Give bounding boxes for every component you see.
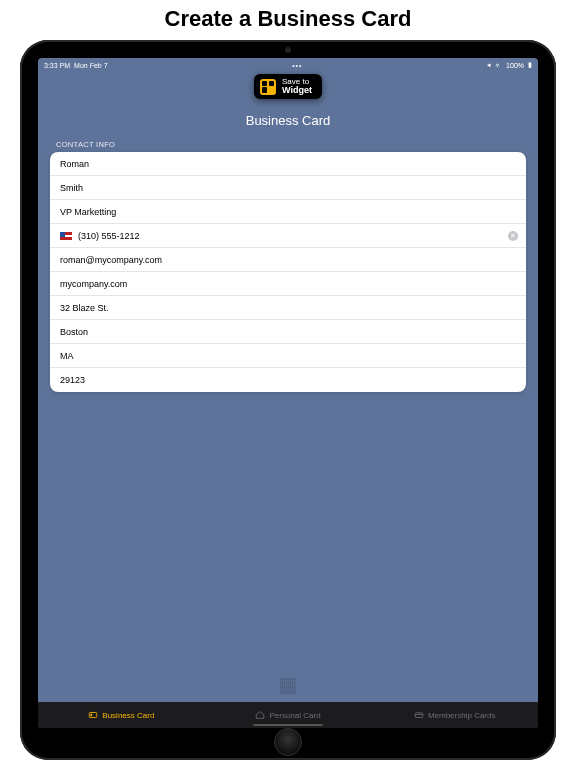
section-label-contact: CONTACT INFO bbox=[38, 140, 538, 152]
status-bar: 3:33 PM Mon Feb 7 ••• ◂ ᯤ 100% ▮ bbox=[38, 58, 538, 72]
phone-field[interactable]: (310) 555-1212 ✕ bbox=[50, 224, 526, 248]
home-button[interactable] bbox=[274, 728, 302, 756]
clear-icon[interactable]: ✕ bbox=[508, 231, 518, 241]
battery-label: 100% bbox=[506, 62, 524, 69]
business-card-icon bbox=[88, 710, 98, 720]
wifi-icon: ᯤ bbox=[495, 62, 502, 69]
street-field[interactable]: 32 Blaze St. bbox=[50, 296, 526, 320]
first-name-field[interactable]: Roman bbox=[50, 152, 526, 176]
home-indicator[interactable] bbox=[253, 724, 323, 727]
location-icon: ◂ bbox=[487, 61, 491, 69]
multitask-dots[interactable]: ••• bbox=[292, 62, 302, 69]
svg-rect-2 bbox=[415, 713, 423, 718]
qr-code-icon[interactable] bbox=[280, 678, 296, 694]
personal-card-icon bbox=[255, 710, 265, 720]
svg-rect-1 bbox=[91, 714, 93, 717]
svg-rect-0 bbox=[90, 713, 98, 718]
email-field[interactable]: roman@mycompany.com bbox=[50, 248, 526, 272]
screen-title: Business Card bbox=[38, 113, 538, 128]
app-screen: 3:33 PM Mon Feb 7 ••• ◂ ᯤ 100% ▮ Save to… bbox=[38, 58, 538, 728]
tab-membership-cards[interactable]: Membership Cards bbox=[371, 702, 538, 728]
widget-line2: Widget bbox=[282, 86, 312, 95]
widget-icon bbox=[260, 79, 276, 95]
zip-field[interactable]: 29123 bbox=[50, 368, 526, 392]
website-field[interactable]: mycompany.com bbox=[50, 272, 526, 296]
tab-business-card[interactable]: Business Card bbox=[38, 702, 205, 728]
city-field[interactable]: Boston bbox=[50, 320, 526, 344]
contact-info-card: Roman Smith VP Marketting (310) 555-1212… bbox=[50, 152, 526, 392]
device-camera bbox=[285, 47, 291, 53]
battery-icon: ▮ bbox=[528, 61, 532, 69]
status-time: 3:33 PM bbox=[44, 62, 70, 69]
flag-us-icon[interactable] bbox=[60, 232, 72, 240]
membership-icon bbox=[414, 710, 424, 720]
job-title-field[interactable]: VP Marketting bbox=[50, 200, 526, 224]
tab-bar: Business Card Personal Card Membership C… bbox=[38, 702, 538, 728]
last-name-field[interactable]: Smith bbox=[50, 176, 526, 200]
state-field[interactable]: MA bbox=[50, 344, 526, 368]
ipad-frame: 3:33 PM Mon Feb 7 ••• ◂ ᯤ 100% ▮ Save to… bbox=[20, 40, 556, 760]
status-date: Mon Feb 7 bbox=[74, 62, 107, 69]
save-to-widget-button[interactable]: Save to Widget bbox=[254, 74, 322, 99]
page-heading: Create a Business Card bbox=[165, 6, 412, 32]
